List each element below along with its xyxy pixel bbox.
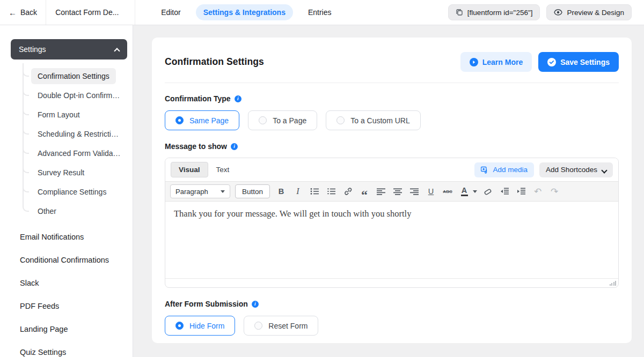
confirmation-settings-card: Confirmation Settings Learn More Save Se… <box>152 38 632 343</box>
check-circle-icon <box>547 58 556 66</box>
text-color-icon[interactable]: A <box>457 184 471 198</box>
resize-grip-icon[interactable] <box>610 281 617 286</box>
radio-to-custom-url[interactable]: To a Custom URL <box>326 110 420 130</box>
info-icon[interactable]: i <box>235 95 241 102</box>
editor-content[interactable]: Thank you for your message. We will get … <box>165 202 618 278</box>
radio-hide-form[interactable]: Hide Form <box>165 316 235 336</box>
add-media-button[interactable]: Add media <box>474 162 534 177</box>
editor-tab-text[interactable]: Text <box>208 162 238 177</box>
radio-same-page[interactable]: Same Page <box>165 110 239 130</box>
sidebar-item-email-notifications[interactable]: Email Notifications <box>0 225 133 248</box>
paragraph-style-select[interactable]: Paragraph <box>170 184 230 198</box>
confirmation-message-text: Thank you for your message. We will get … <box>174 209 610 219</box>
radio-dot-icon <box>175 116 184 124</box>
align-left-icon[interactable] <box>374 184 388 198</box>
text-color-caret-icon[interactable] <box>473 190 477 193</box>
sidebar-item-form-layout[interactable]: Form Layout <box>23 105 133 124</box>
bullet-list-icon[interactable] <box>308 184 321 198</box>
after-submission-label: After Form Submission <box>165 300 248 308</box>
add-shortcodes-button[interactable]: Add Shortcodes <box>539 162 613 177</box>
indent-icon[interactable] <box>514 184 528 198</box>
chevron-down-icon <box>601 167 607 173</box>
message-to-show-section: Message to show i Visual Text Add media <box>165 142 619 288</box>
sidebar-item-compliance-settings[interactable]: Compliance Settings <box>23 182 133 202</box>
sidebar-item-double-optin[interactable]: Double Opt-in Confirma... <box>23 86 133 105</box>
radio-dot-icon <box>259 116 267 124</box>
settings-subnav: Confirmation Settings Double Opt-in Conf… <box>23 66 133 221</box>
insert-button-tool[interactable]: Button <box>235 184 270 198</box>
underline-icon[interactable]: U <box>424 184 438 198</box>
clear-formatting-icon[interactable] <box>481 184 495 198</box>
confirmation-type-section: Confirmation Type i Same Page To a Page … <box>165 94 619 130</box>
info-icon[interactable]: i <box>231 143 238 150</box>
sidebar-item-landing-page[interactable]: Landing Page <box>0 317 133 340</box>
sidebar-item-survey-result[interactable]: Survey Result <box>23 163 133 182</box>
blockquote-icon[interactable]: “ <box>357 184 371 198</box>
play-circle-icon <box>470 58 478 66</box>
after-submission-section: After Form Submission i Hide Form Reset … <box>165 300 619 336</box>
outdent-icon[interactable] <box>497 184 511 198</box>
save-settings-button[interactable]: Save Settings <box>538 52 619 72</box>
redo-icon[interactable]: ↷ <box>547 184 561 198</box>
page-title: Confirmation Settings <box>165 56 264 68</box>
after-submission-options: Hide Form Reset Form <box>165 316 619 336</box>
tab-editor[interactable]: Editor <box>153 4 188 20</box>
italic-icon[interactable]: I <box>291 184 305 198</box>
confirmation-type-options: Same Page To a Page To a Custom URL <box>165 110 619 130</box>
eye-icon <box>554 9 562 16</box>
chevron-up-icon <box>114 48 120 54</box>
info-icon[interactable]: i <box>252 301 259 308</box>
topbar-actions: [fluentform id="256"] Preview & Design <box>448 0 644 25</box>
tab-settings-integrations[interactable]: Settings & Integrations <box>196 4 293 20</box>
numbered-list-icon[interactable] <box>324 184 338 198</box>
sidebar-item-scheduling-restrictions[interactable]: Scheduling & Restrictions <box>23 124 133 144</box>
editor-toolbar: Paragraph Button B I “ U <box>165 181 618 202</box>
form-title: Contact Form De... <box>46 0 135 25</box>
link-icon[interactable] <box>341 184 355 198</box>
settings-group-label: Settings <box>19 45 46 54</box>
caret-down-icon <box>221 190 225 193</box>
sidebar-item-confirmation-settings[interactable]: Confirmation Settings <box>23 66 133 86</box>
preview-design-button[interactable]: Preview & Design <box>546 4 632 20</box>
media-icon <box>481 166 489 174</box>
main-tabs: Editor Settings & Integrations Entries <box>153 0 339 25</box>
radio-dot-icon <box>336 116 345 124</box>
radio-to-a-page[interactable]: To a Page <box>248 110 317 130</box>
shortcode-label: [fluentform id="256"] <box>467 9 533 17</box>
sidebar-item-slack[interactable]: Slack <box>0 271 133 294</box>
align-right-icon[interactable] <box>407 184 421 198</box>
header-divider <box>165 83 619 83</box>
sidebar-group-settings[interactable]: Settings <box>11 39 127 59</box>
add-shortcodes-label: Add Shortcodes <box>546 166 597 174</box>
align-center-icon[interactable] <box>391 184 405 198</box>
radio-reset-form[interactable]: Reset Form <box>244 316 318 336</box>
tab-entries[interactable]: Entries <box>301 4 339 20</box>
radio-dot-icon <box>175 322 184 330</box>
confirmation-type-label: Confirmation Type <box>165 94 231 103</box>
back-label: Back <box>20 8 37 17</box>
sidebar-item-other[interactable]: Other <box>23 202 133 221</box>
sidebar-item-advanced-validation[interactable]: Advanced Form Validati... <box>23 144 133 163</box>
undo-icon[interactable]: ↶ <box>531 184 545 198</box>
sidebar-item-conditional-confirmations[interactable]: Conditional Confirmations <box>0 248 133 271</box>
learn-more-label: Learn More <box>482 58 523 66</box>
message-to-show-label: Message to show <box>165 142 227 151</box>
bold-icon[interactable]: B <box>274 184 288 198</box>
strikethrough-icon[interactable]: ABC <box>441 184 455 198</box>
radio-dot-icon <box>254 322 262 330</box>
editor-tab-visual[interactable]: Visual <box>171 162 208 177</box>
add-media-label: Add media <box>493 166 528 174</box>
save-settings-label: Save Settings <box>560 58 610 66</box>
paragraph-select-value: Paragraph <box>175 188 208 196</box>
sidebar-item-quiz-settings[interactable]: Quiz Settings <box>0 340 133 357</box>
editor-statusbar <box>165 278 618 287</box>
sidebar-item-pdf-feeds[interactable]: PDF Feeds <box>0 294 133 317</box>
learn-more-button[interactable]: Learn More <box>460 52 532 72</box>
wysiwyg-editor: Visual Text Add media Add Shortcodes <box>165 158 619 288</box>
back-button[interactable]: ← Back <box>0 0 46 25</box>
main-area: Confirmation Settings Learn More Save Se… <box>133 25 644 357</box>
settings-sidebar: Settings Confirmation Settings Double Op… <box>0 25 133 357</box>
top-bar: ← Back Contact Form De... Editor Setting… <box>0 0 644 25</box>
shortcode-copy-button[interactable]: [fluentform id="256"] <box>448 4 540 20</box>
preview-design-label: Preview & Design <box>567 9 624 17</box>
